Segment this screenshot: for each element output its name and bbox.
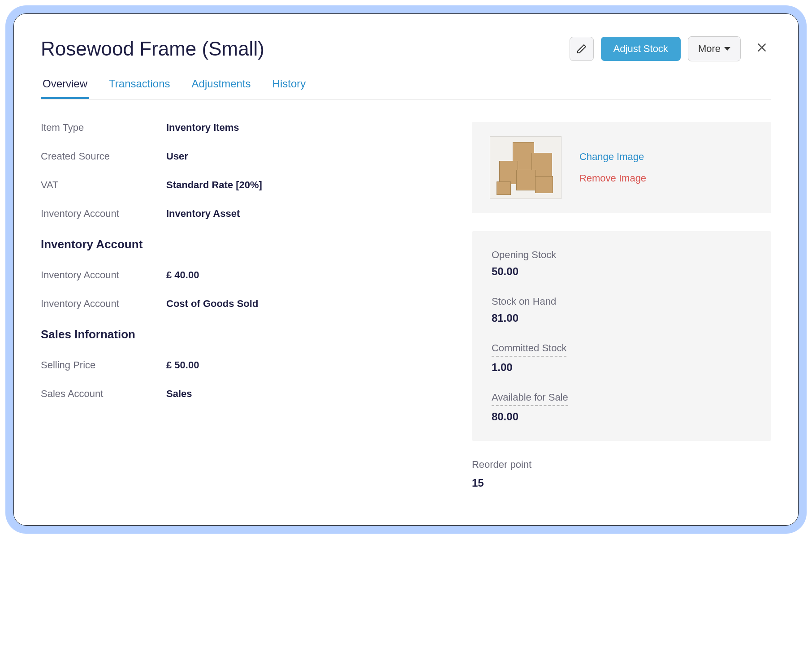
inv-2-value: Cost of Goods Sold <box>166 298 258 310</box>
tab-transactions[interactable]: Transactions <box>107 78 172 99</box>
item-type-label: Item Type <box>41 122 166 134</box>
created-source-label: Created Source <box>41 151 166 162</box>
available-for-sale: Available for Sale 80.00 <box>492 392 752 423</box>
stock-on-hand: Stock on Hand 81.00 <box>492 296 752 324</box>
close-icon <box>756 42 768 53</box>
left-column: Item Type Inventory Items Created Source… <box>41 122 445 489</box>
inventory-account-label: Inventory Account <box>41 208 166 220</box>
item-type-value: Inventory Items <box>166 122 239 134</box>
change-image-link[interactable]: Change Image <box>579 151 646 163</box>
panel-body: Rosewood Frame (Small) Adjust Stock More… <box>14 14 798 525</box>
item-thumbnail <box>490 136 561 199</box>
right-column: Change Image Remove Image Opening Stock … <box>472 122 771 489</box>
reorder-point-label: Reorder point <box>472 459 771 470</box>
inv-2-label: Inventory Account <box>41 298 166 310</box>
reorder-point-value: 15 <box>472 477 771 489</box>
row-selling-price: Selling Price £ 50.00 <box>41 359 445 371</box>
tabs: Overview Transactions Adjustments Histor… <box>41 78 771 99</box>
committed-stock-label: Committed Stock <box>492 342 567 357</box>
pencil-icon <box>576 43 587 54</box>
adjust-stock-button[interactable]: Adjust Stock <box>601 37 681 61</box>
available-for-sale-value: 80.00 <box>492 410 752 423</box>
row-item-type: Item Type Inventory Items <box>41 122 445 134</box>
row-inv-1: Inventory Account £ 40.00 <box>41 269 445 281</box>
header-row: Rosewood Frame (Small) Adjust Stock More <box>41 36 771 61</box>
row-inv-2: Inventory Account Cost of Goods Sold <box>41 298 445 310</box>
inventory-account-value: Inventory Asset <box>166 208 240 220</box>
content-row: Item Type Inventory Items Created Source… <box>41 122 771 489</box>
row-sales-account: Sales Account Sales <box>41 388 445 400</box>
inventory-section-heading: Inventory Account <box>41 237 445 251</box>
close-button[interactable] <box>748 41 771 56</box>
sales-section-heading: Sales Infornation <box>41 328 445 341</box>
inv-1-value: £ 40.00 <box>166 269 199 281</box>
sales-account-label: Sales Account <box>41 388 166 400</box>
edit-button[interactable] <box>570 37 594 61</box>
opening-stock-value: 50.00 <box>492 265 752 278</box>
more-button[interactable]: More <box>688 36 741 61</box>
row-inventory-account: Inventory Account Inventory Asset <box>41 208 445 220</box>
row-created-source: Created Source User <box>41 151 445 162</box>
vat-label: VAT <box>41 179 166 191</box>
chevron-down-icon <box>724 47 730 51</box>
created-source-value: User <box>166 151 188 162</box>
selling-price-label: Selling Price <box>41 359 166 371</box>
opening-stock: Opening Stock 50.00 <box>492 249 752 278</box>
stock-on-hand-label: Stock on Hand <box>492 296 556 307</box>
row-vat: VAT Standard Rate [20%] <box>41 179 445 191</box>
tab-overview[interactable]: Overview <box>41 78 89 99</box>
image-actions: Change Image Remove Image <box>579 151 646 184</box>
tab-history[interactable]: History <box>271 78 308 99</box>
vat-value: Standard Rate [20%] <box>166 179 262 191</box>
inv-1-label: Inventory Account <box>41 269 166 281</box>
selling-price-value: £ 50.00 <box>166 359 199 371</box>
reorder-point: Reorder point 15 <box>472 459 771 489</box>
stock-card: Opening Stock 50.00 Stock on Hand 81.00 … <box>472 231 771 441</box>
available-for-sale-label: Available for Sale <box>492 392 568 406</box>
item-detail-panel: Rosewood Frame (Small) Adjust Stock More… <box>13 13 799 526</box>
header-actions: Adjust Stock More <box>570 36 771 61</box>
stock-on-hand-value: 81.00 <box>492 312 752 324</box>
tab-adjustments[interactable]: Adjustments <box>190 78 253 99</box>
more-button-label: More <box>698 43 721 55</box>
page-title: Rosewood Frame (Small) <box>41 38 264 60</box>
committed-stock: Committed Stock 1.00 <box>492 342 752 374</box>
committed-stock-value: 1.00 <box>492 361 752 374</box>
image-card: Change Image Remove Image <box>472 122 771 213</box>
opening-stock-label: Opening Stock <box>492 249 556 261</box>
sales-account-value: Sales <box>166 388 192 400</box>
remove-image-link[interactable]: Remove Image <box>579 173 646 184</box>
